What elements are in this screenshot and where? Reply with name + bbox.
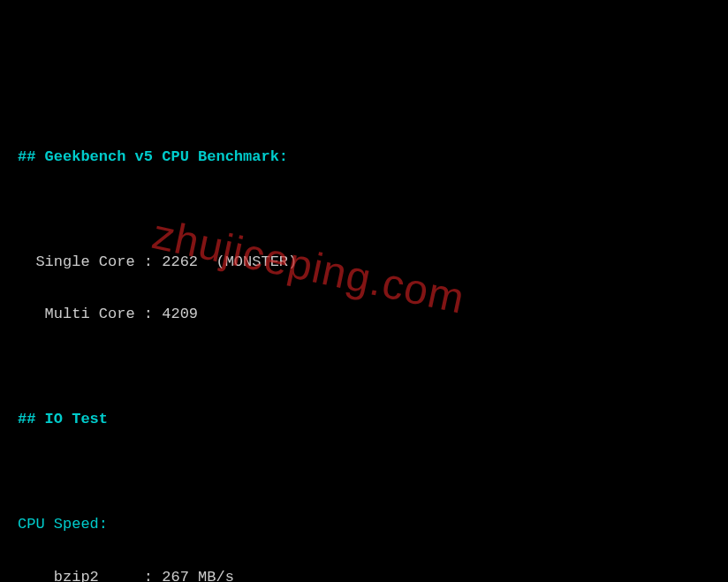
single-core-label: Single Core xyxy=(18,253,135,270)
multi-core-value: 4209 xyxy=(162,306,198,322)
bzip2-value: 267 MB/s xyxy=(162,569,234,582)
bzip2-label: bzip2 xyxy=(18,569,135,582)
single-core-value: 2262 (MONSTER) xyxy=(162,253,297,270)
terminal-output: ## Geekbench v5 CPU Benchmark: Single Co… xyxy=(18,117,710,582)
geekbench-header: ## Geekbench v5 CPU Benchmark: xyxy=(18,148,288,165)
iotest-header: ## IO Test xyxy=(18,411,108,427)
multi-core-label: Multi Core xyxy=(18,306,135,322)
cpu-speed-header: CPU Speed: xyxy=(18,516,108,533)
